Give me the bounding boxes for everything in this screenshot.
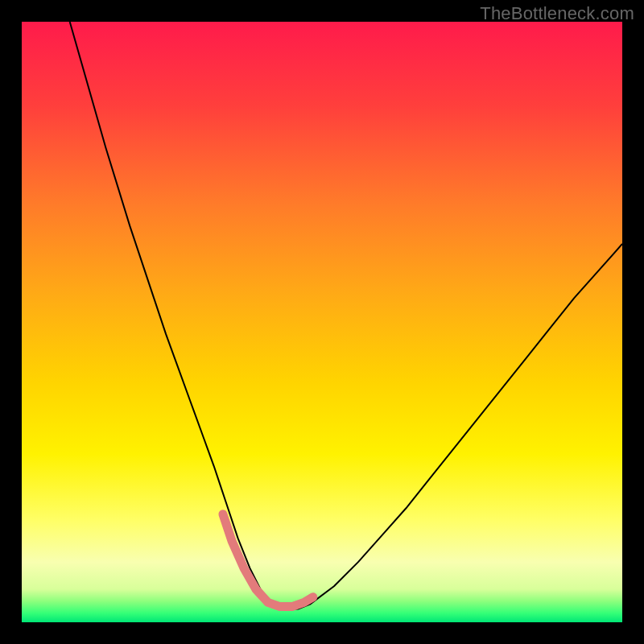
gradient-background (22, 22, 622, 622)
plot-svg (22, 22, 622, 622)
plot-area (22, 22, 622, 622)
watermark-text: TheBottleneck.com (480, 3, 634, 24)
chart-frame: TheBottleneck.com (0, 0, 644, 644)
